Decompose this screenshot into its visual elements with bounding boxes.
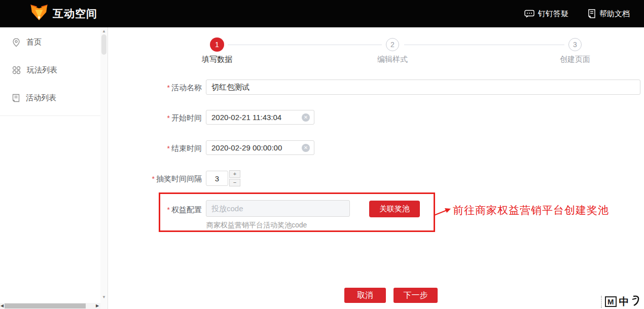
brand-logo[interactable]: 互动空间 — [29, 5, 97, 23]
sidebar: 首页 玩法列表 活动列表 — [0, 27, 108, 309]
vertical-scroll-thumb[interactable] — [101, 34, 106, 55]
step-2-label: 编辑样式 — [362, 55, 423, 64]
next-step-button[interactable]: 下一步 — [393, 288, 438, 303]
end-time-label: *结束时间 — [105, 144, 202, 153]
number-stepper: + − — [229, 170, 240, 186]
horizontal-scrollbar[interactable]: ◀ ▶ — [0, 303, 100, 309]
clear-end-time-icon[interactable]: ✕ — [302, 144, 310, 152]
ime-partial-glyph — [632, 294, 641, 309]
ime-drag-handle-icon — [601, 296, 602, 308]
list-document-icon — [12, 94, 20, 102]
sidebar-item-play-list[interactable]: 玩法列表 — [12, 65, 57, 75]
benefit-config-label: *权益配置 — [105, 205, 202, 215]
step-3-label: 创建页面 — [545, 55, 605, 64]
benefit-code-input[interactable] — [206, 200, 350, 217]
step-3-circle: 3 — [568, 38, 582, 51]
sidebar-item-activity-list[interactable]: 活动列表 — [12, 93, 56, 103]
sidebar-divider — [0, 115, 100, 116]
sidebar-item-label: 玩法列表 — [27, 65, 57, 75]
scroll-left-arrow[interactable]: ◀ — [1, 303, 4, 309]
required-asterisk: * — [167, 206, 170, 214]
header-links: 钉钉答疑 帮助文档 — [524, 0, 630, 27]
scroll-down-arrow[interactable]: ▼ — [100, 295, 108, 300]
activity-name-input[interactable] — [206, 80, 640, 95]
location-pin-icon — [12, 38, 20, 47]
clear-start-time-icon[interactable]: ✕ — [302, 113, 310, 122]
required-asterisk: * — [167, 144, 170, 152]
sidebar-item-label: 活动列表 — [26, 93, 56, 103]
required-asterisk: * — [167, 114, 170, 122]
activity-name-label: *活动名称 — [105, 83, 202, 93]
ime-status-bar: M 中 — [601, 294, 644, 309]
decrement-button[interactable]: − — [229, 179, 240, 186]
end-time-input[interactable] — [206, 140, 314, 155]
help-doc-link[interactable]: 帮助文档 — [588, 9, 630, 19]
benefit-helper-text: 商家权益营销平台活动奖池code — [206, 221, 307, 230]
grid-circles-icon — [12, 66, 21, 74]
increment-button[interactable]: + — [229, 170, 240, 178]
ime-mode-indicator: M — [605, 296, 617, 307]
required-asterisk: * — [152, 175, 155, 183]
annotation-arrow — [434, 204, 452, 219]
dingtalk-qa-link[interactable]: 钉钉答疑 — [524, 9, 568, 19]
ime-language-indicator: 中 — [619, 295, 629, 308]
scroll-right-arrow[interactable]: ▶ — [96, 303, 99, 309]
sidebar-item-label: 首页 — [26, 37, 42, 47]
draw-interval-input[interactable] — [206, 171, 228, 186]
start-time-label: *开始时间 — [105, 113, 202, 123]
dingtalk-qa-label: 钉钉答疑 — [538, 9, 568, 19]
step-1-circle: 1 — [210, 37, 224, 52]
start-time-input[interactable] — [206, 110, 314, 125]
top-header-bar: 互动空间 钉钉答疑 — [0, 0, 644, 27]
required-asterisk: * — [167, 84, 170, 92]
stepper-connector — [228, 45, 382, 45]
annotation-text: 前往商家权益营销平台创建奖池 — [453, 203, 609, 217]
app-window: 互动空间 钉钉答疑 — [0, 0, 644, 309]
step-2-circle: 2 — [386, 38, 399, 51]
sidebar-item-home[interactable]: 首页 — [12, 37, 42, 47]
help-doc-label: 帮助文档 — [599, 9, 630, 19]
draw-interval-label: *抽奖时间间隔 — [105, 174, 202, 184]
app-title: 互动空间 — [53, 7, 97, 21]
scroll-up-arrow[interactable]: ▲ — [100, 29, 108, 34]
fox-logo-icon — [29, 4, 49, 23]
horizontal-scroll-thumb[interactable] — [5, 303, 86, 308]
document-icon — [588, 9, 596, 18]
cancel-button[interactable]: 取消 — [344, 288, 386, 303]
chat-bubble-icon — [524, 10, 534, 18]
step-1-label: 填写数据 — [187, 55, 247, 64]
stepper-connector — [404, 45, 564, 45]
link-prize-pool-button[interactable]: 关联奖池 — [369, 201, 420, 217]
sidebar-vertical-scrollbar[interactable]: ▲ ▼ — [100, 27, 108, 309]
